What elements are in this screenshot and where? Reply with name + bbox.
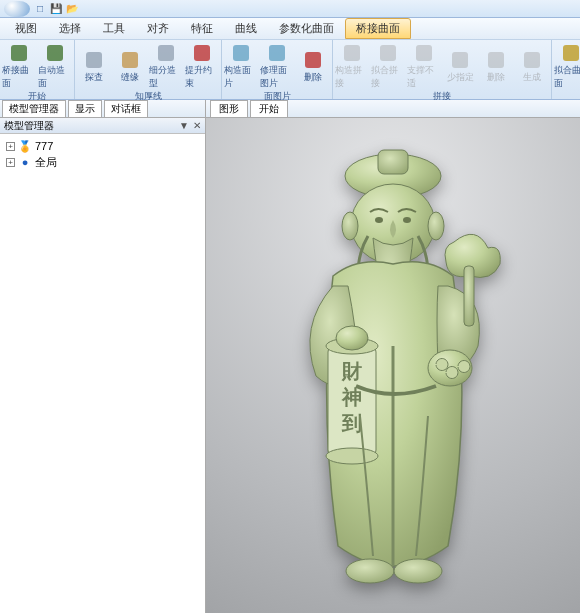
svg-point-25 xyxy=(428,212,444,240)
menu-6[interactable]: 参数化曲面 xyxy=(268,18,345,39)
viewport-tabs: 图形开始 xyxy=(206,100,580,118)
svg-point-36 xyxy=(394,559,442,583)
svg-rect-33 xyxy=(464,266,474,326)
svg-rect-15 xyxy=(563,45,579,61)
svg-rect-5 xyxy=(194,45,210,61)
svg-rect-1 xyxy=(47,45,63,61)
ribbon-icon xyxy=(449,49,471,71)
svg-rect-9 xyxy=(344,45,360,61)
ribbon-icon xyxy=(341,42,363,64)
open-icon[interactable]: 📂 xyxy=(66,3,78,15)
ribbon-btn-label: 拟合曲面 xyxy=(554,64,580,90)
ribbon-icon xyxy=(83,49,105,71)
tree-row-1[interactable]: +●全局 xyxy=(6,154,199,170)
menu-0[interactable]: 视图 xyxy=(4,18,48,39)
svg-rect-0 xyxy=(11,45,27,61)
svg-rect-20 xyxy=(378,150,408,174)
svg-rect-3 xyxy=(122,52,138,68)
ribbon-btn-1-0[interactable]: 探查 xyxy=(77,42,111,90)
ribbon-btn-label: 拟合拼接 xyxy=(371,64,405,90)
ribbon-group-2: 构造面片修理面图片删除面图片 xyxy=(222,40,333,99)
ribbon-btn-3-1: 拟合拼接 xyxy=(371,42,405,90)
ribbon-btn-2-0[interactable]: 构造面片 xyxy=(224,42,258,90)
ribbon-btn-label: 少指定 xyxy=(447,71,474,84)
viewport-panel: 图形开始 xyxy=(206,100,580,613)
svg-rect-8 xyxy=(305,52,321,68)
sidebar-tab-0[interactable]: 模型管理器 xyxy=(2,100,66,117)
sidebar-tab-1[interactable]: 显示 xyxy=(68,100,102,117)
menu-4[interactable]: 特征 xyxy=(180,18,224,39)
save-icon[interactable]: 💾 xyxy=(50,3,62,15)
tree-row-0[interactable]: +🏅777 xyxy=(6,138,199,154)
svg-rect-2 xyxy=(86,52,102,68)
svg-point-35 xyxy=(346,559,394,583)
svg-text:財: 財 xyxy=(341,360,362,382)
ribbon-group-0: 桥接曲面自动造面开始 xyxy=(0,40,75,99)
svg-text:到: 到 xyxy=(341,412,362,434)
ribbon-btn-3-3: 少指定 xyxy=(443,42,477,90)
model-preview: 財 神 到 xyxy=(278,146,508,586)
ribbon-icon xyxy=(44,42,66,64)
ribbon-btn-label: 自动造面 xyxy=(38,64,72,90)
svg-rect-13 xyxy=(488,52,504,68)
ribbon-btn-label: 缝缘 xyxy=(121,71,139,84)
menu-3[interactable]: 对齐 xyxy=(136,18,180,39)
ribbon-icon xyxy=(119,49,141,71)
new-icon[interactable]: □ xyxy=(34,3,46,15)
ribbon-btn-1-1[interactable]: 缝缘 xyxy=(113,42,147,90)
ribbon-icon xyxy=(155,42,177,64)
ribbon-icon xyxy=(230,42,252,64)
svg-rect-6 xyxy=(233,45,249,61)
ribbon-icon xyxy=(377,42,399,64)
pin-icon[interactable]: ▼ xyxy=(179,120,189,131)
svg-rect-11 xyxy=(416,45,432,61)
ribbon-group-1: 探查缝缘细分造型提升约束知厚线 xyxy=(75,40,222,99)
menu-5[interactable]: 曲线 xyxy=(224,18,268,39)
workspace: 模型管理器显示对话框 模型管理器 ▼ ✕ +🏅777+●全局 图形开始 xyxy=(0,100,580,613)
ribbon-btn-3-4: 删除 xyxy=(479,42,513,90)
ribbon-btn-2-1[interactable]: 修理面图片 xyxy=(260,42,294,90)
svg-point-28 xyxy=(326,448,378,464)
close-icon[interactable]: ✕ xyxy=(193,120,201,131)
menu-2[interactable]: 工具 xyxy=(92,18,136,39)
svg-point-32 xyxy=(336,326,368,350)
model-tree: +🏅777+●全局 xyxy=(0,134,205,174)
ribbon-btn-label: 构造面片 xyxy=(224,64,258,90)
tree-node-label: 777 xyxy=(35,140,53,152)
svg-rect-12 xyxy=(452,52,468,68)
ribbon-icon xyxy=(8,42,30,64)
ribbon-btn-1-3[interactable]: 提升约束 xyxy=(185,42,219,90)
ribbon-btn-label: 细分造型 xyxy=(149,64,183,90)
ribbon-btn-label: 生成 xyxy=(523,71,541,84)
title-bar: □ 💾 📂 xyxy=(0,0,580,18)
ribbon-btn-4-0[interactable]: 拟合曲面 xyxy=(554,42,580,90)
ribbon-icon xyxy=(191,42,213,64)
app-orb[interactable] xyxy=(4,1,30,17)
ribbon-btn-2-2[interactable]: 删除 xyxy=(296,42,330,90)
ribbon-btn-label: 修理面图片 xyxy=(260,64,294,90)
ribbon-icon xyxy=(485,49,507,71)
expander-icon[interactable]: + xyxy=(6,142,15,151)
sidebar: 模型管理器显示对话框 模型管理器 ▼ ✕ +🏅777+●全局 xyxy=(0,100,206,613)
tree-node-icon: 🏅 xyxy=(19,140,31,152)
ribbon-icon xyxy=(266,42,288,64)
ribbon-icon xyxy=(413,42,435,64)
viewport-tab-1[interactable]: 开始 xyxy=(250,100,288,117)
panel-title: 模型管理器 xyxy=(4,119,54,133)
svg-point-24 xyxy=(342,212,358,240)
ribbon-icon xyxy=(521,49,543,71)
ribbon-group-4: 拟合曲面合并曲面链接删除曲面 xyxy=(552,40,580,99)
ribbon-btn-0-0[interactable]: 桥接曲面 xyxy=(2,42,36,90)
sidebar-tab-2[interactable]: 对话框 xyxy=(104,100,148,117)
ribbon-btn-label: 桥接曲面 xyxy=(2,64,36,90)
viewport-tab-0[interactable]: 图形 xyxy=(210,100,248,117)
viewport-3d[interactable]: 財 神 到 xyxy=(206,118,580,613)
ribbon-btn-1-2[interactable]: 细分造型 xyxy=(149,42,183,90)
menu-7[interactable]: 桥接曲面 xyxy=(345,18,411,39)
ribbon-btn-0-1[interactable]: 自动造面 xyxy=(38,42,72,90)
svg-point-22 xyxy=(375,217,383,223)
menu-1[interactable]: 选择 xyxy=(48,18,92,39)
expander-icon[interactable]: + xyxy=(6,158,15,167)
svg-rect-10 xyxy=(380,45,396,61)
svg-rect-4 xyxy=(158,45,174,61)
